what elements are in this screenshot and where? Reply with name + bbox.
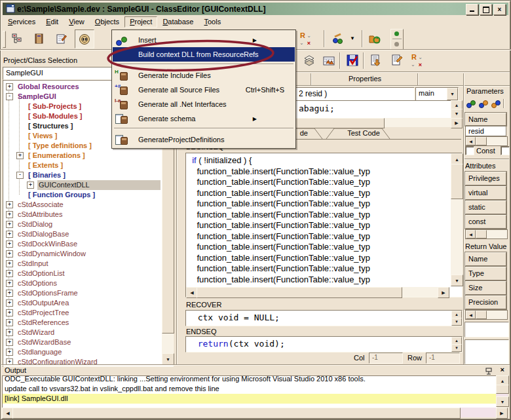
inspect-source-button[interactable]	[388, 51, 406, 69]
menu-database[interactable]: Database	[157, 16, 199, 28]
tab-properties[interactable]: Properties	[312, 75, 417, 83]
tree-item-label[interactable]: cStdlanguage	[16, 347, 63, 357]
tree-item-cstddialog[interactable]: +cStdDialog	[3, 220, 161, 229]
code-text[interactable]: if ( !initialized ) { function_table.ins…	[187, 155, 448, 286]
tree-item-cstdwizard[interactable]: +cStdWizard	[3, 328, 161, 337]
tree-item-label[interactable]: [ Views ]	[27, 131, 58, 141]
save-button[interactable]	[343, 51, 362, 69]
expand-icon[interactable]: +	[6, 240, 13, 248]
scrollbar-thumb[interactable]	[496, 385, 509, 394]
output-close-icon[interactable]: ×	[501, 366, 504, 373]
expand-icon[interactable]: +	[6, 299, 13, 307]
scroll-down-icon[interactable]: ▼	[451, 109, 463, 119]
insert-object-button[interactable]	[329, 29, 347, 47]
tree-item-label[interactable]: [ Binaries ]	[27, 170, 67, 180]
expand-icon[interactable]: +	[6, 250, 13, 258]
expand-icon[interactable]: +	[6, 290, 13, 297]
tree-item-label[interactable]: [ Function Groups ]	[27, 190, 96, 200]
scroll-down-icon[interactable]: ▼	[451, 318, 462, 326]
property-cell-privileges[interactable]: Privileges	[465, 172, 506, 185]
toolbar-grip[interactable]	[3, 31, 6, 48]
menu-edit[interactable]: Edit	[41, 16, 64, 28]
tree-item-label[interactable]: [ Structures ]	[27, 121, 74, 131]
edit-parameter-icon[interactable]	[478, 99, 489, 109]
property-cell-precision[interactable]: Precision	[465, 296, 506, 309]
tree-item-label[interactable]: cStdReferences	[16, 318, 70, 328]
tree-item-label[interactable]: cStdOptionsFrame	[16, 288, 79, 298]
scroll-right-icon[interactable]: ▶	[496, 408, 508, 419]
close-button[interactable]: ×	[493, 4, 506, 15]
collapse-icon[interactable]: -	[16, 172, 24, 179]
tree-item-label[interactable]: [ Type definitions ]	[27, 141, 93, 151]
tree-item-label[interactable]: [ Sub-Projects ]	[27, 102, 83, 111]
scroll-down-icon[interactable]: ▼	[496, 396, 509, 407]
scroll-right-icon[interactable]: ▶	[438, 287, 449, 298]
expand-icon[interactable]: +	[6, 83, 13, 90]
output-line[interactable]: update call to vsvars32.bat in vslink_cp…	[3, 384, 497, 394]
dock-pin-icon[interactable]	[485, 367, 493, 375]
scroll-down-icon[interactable]: ▼	[451, 344, 462, 352]
output-line[interactable]: ODC_Executable GUIContextDLL: linking ..…	[3, 375, 497, 384]
output-vscrollbar[interactable]: ▲ ▼	[496, 375, 508, 407]
scrollbar-thumb[interactable]	[12, 408, 461, 419]
tree-item-label[interactable]: GUIContextDLL	[37, 180, 161, 190]
insert-dropdown-button[interactable]: ▼	[347, 29, 358, 47]
tree-item-cstddockwinbase[interactable]: +cStdDockWinBase	[3, 239, 161, 249]
menu-services[interactable]: Services	[3, 16, 41, 28]
output-header[interactable]: Output ×	[1, 366, 510, 375]
menu-item-insert[interactable]: Insert▶	[113, 33, 295, 47]
tree-item-label[interactable]: [ Enumerations ]	[27, 151, 86, 161]
tree-item-cstdattributes[interactable]: +cStdAttributes	[3, 210, 161, 220]
expand-icon[interactable]: +	[16, 152, 24, 159]
tree-item-cstdlanguage[interactable]: +cStdlanguage	[3, 347, 161, 357]
expand-icon[interactable]: +	[6, 280, 13, 287]
add-parameter-icon[interactable]	[466, 99, 476, 109]
expand-icon[interactable]: +	[6, 221, 13, 228]
property-cell-name[interactable]: Name	[465, 252, 506, 266]
catalog-button[interactable]	[30, 29, 48, 47]
tree-item-cstdoptions[interactable]: +cStdOptions	[3, 278, 161, 288]
tree-item-cstdinput[interactable]: +cStdInput	[3, 259, 161, 269]
tree-item-label[interactable]: cStdAssociate	[16, 200, 65, 210]
property-cell-type[interactable]: Type	[465, 267, 506, 280]
tree-item-label[interactable]: cStdDynamicWindow	[16, 249, 87, 259]
tree-item-label[interactable]: cStdDialogBase	[16, 229, 70, 239]
output-line[interactable]: [link] SampleGUI.dll	[3, 394, 497, 404]
menu-item-generateprojectdefinitions[interactable]: GenerateProjectDefinitions	[113, 132, 295, 147]
scrollbar-thumb[interactable]	[476, 137, 487, 145]
tree-item-label[interactable]: [ Extents ]	[27, 161, 64, 170]
menu-tools[interactable]: Tools	[199, 16, 226, 28]
property-cell-const[interactable]: const	[465, 215, 506, 229]
menu-objects[interactable]: Objects	[90, 16, 124, 28]
recover-field[interactable]: ctx void = NULL; ▲ ▼	[185, 310, 463, 326]
expand-icon[interactable]: +	[6, 211, 13, 218]
export-source-button[interactable]	[367, 51, 385, 69]
scrollbar-thumb[interactable]	[197, 287, 402, 298]
reload-project-button[interactable]	[366, 29, 384, 47]
expand-icon[interactable]: +	[6, 339, 13, 346]
main-combo[interactable]: main ▼	[415, 87, 459, 101]
scrollbar-thumb[interactable]	[476, 311, 487, 319]
scrollbar-thumb[interactable]	[476, 230, 487, 239]
refresh-resources-button[interactable]: R ⌄ ⌄ ×	[296, 29, 314, 47]
expand-icon[interactable]: +	[6, 319, 13, 326]
tree-item--enumerations-[interactable]: +[ Enumerations ]	[3, 151, 161, 161]
expand-icon[interactable]: +	[6, 309, 13, 316]
property-cell-size[interactable]: Size	[465, 281, 506, 295]
expand-icon[interactable]: +	[6, 329, 13, 336]
scroll-down-icon[interactable]: ▼	[451, 275, 463, 286]
attributes-hscrollbar[interactable]: ◀	[465, 229, 508, 239]
combo-dropdown-icon[interactable]: ▼	[447, 88, 458, 100]
code-hscrollbar[interactable]: ◀ ▶	[186, 287, 449, 297]
tree-item--extents-[interactable]: [ Extents ]	[3, 161, 161, 170]
scroll-down-icon[interactable]: ▼	[162, 353, 174, 365]
toggle-state-button[interactable]	[390, 29, 404, 50]
title-bar[interactable]: e:\Sample\Sample.dev : SampleGUI - Class…	[3, 3, 508, 15]
tree-item--binaries-[interactable]: -[ Binaries ]	[3, 170, 161, 180]
scroll-left-icon[interactable]: ◀	[466, 311, 476, 319]
tree-item-cstdwizardbase[interactable]: +cStdWizardBase	[3, 337, 161, 347]
menu-item-generate-all-net-interfaces[interactable]: I-aGenerate all .Net Interfaces	[113, 97, 295, 111]
scrollbar-thumb[interactable]	[451, 164, 463, 199]
expand-icon[interactable]: +	[27, 181, 34, 189]
tree-item-label[interactable]: cStdProjectTree	[16, 308, 70, 318]
